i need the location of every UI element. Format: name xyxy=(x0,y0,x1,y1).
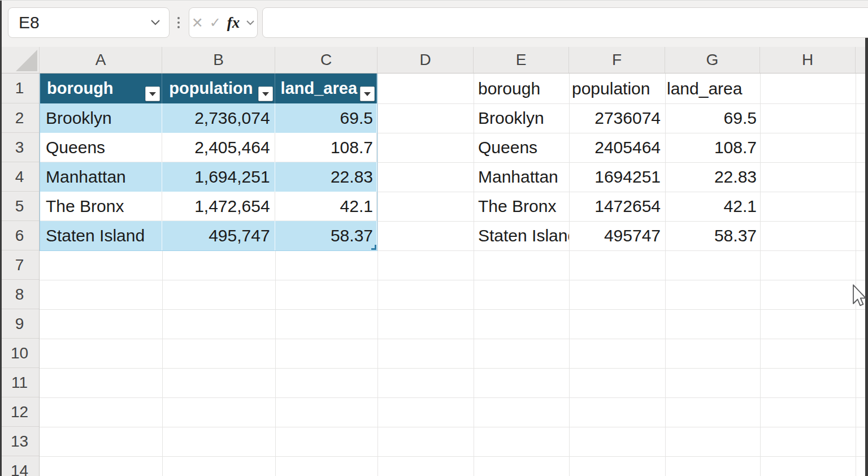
row-header-14[interactable]: 14 xyxy=(0,456,39,476)
formula-bar-handle-icon[interactable] xyxy=(174,7,183,38)
table-row: Brooklyn 2,736,074 69.5 xyxy=(40,103,377,133)
cell-G2[interactable]: 69.5 xyxy=(665,103,760,133)
row-header-2[interactable]: 2 xyxy=(0,103,39,133)
column-header-D[interactable]: D xyxy=(377,47,474,73)
table-header-row: borough population land_area xyxy=(40,73,377,103)
cell-F3[interactable]: 2405464 xyxy=(569,133,665,162)
row-header-6[interactable]: 6 xyxy=(0,221,39,250)
cell-B3[interactable]: 2,405,464 xyxy=(162,133,275,162)
cell-A4[interactable]: Manhattan xyxy=(40,162,162,192)
table-row: Queens 2405464 108.7 xyxy=(474,133,760,162)
insert-function-icon[interactable]: fx xyxy=(227,14,240,32)
column-header-E[interactable]: E xyxy=(474,47,569,73)
row-header-9[interactable]: 9 xyxy=(0,309,39,339)
row-header-8[interactable]: 8 xyxy=(0,280,39,309)
cell-G6[interactable]: 58.37 xyxy=(665,221,760,250)
cell-G5[interactable]: 42.1 xyxy=(665,192,760,221)
table-row: Staten Island 495,747 58.37 xyxy=(40,221,377,250)
select-all-triangle-icon xyxy=(16,50,37,71)
column-header-H[interactable]: H xyxy=(760,47,856,73)
row-header-12[interactable]: 12 xyxy=(0,397,39,427)
cell-F2[interactable]: 2736074 xyxy=(569,103,665,133)
cell-G1[interactable]: land_area xyxy=(665,73,760,103)
row-header-3[interactable]: 3 xyxy=(0,133,39,162)
gridline xyxy=(40,427,868,427)
gridline xyxy=(40,309,868,310)
cell-F1[interactable]: population xyxy=(569,73,665,103)
cell-A5[interactable]: The Bronx xyxy=(40,192,162,220)
cell-F6[interactable]: 495747 xyxy=(569,221,665,250)
name-box-value: E8 xyxy=(19,13,40,32)
table-header-population[interactable]: population xyxy=(162,73,275,103)
cell-E1[interactable]: borough xyxy=(474,73,569,103)
formula-bar-row: E8 ✕ ✓ fx xyxy=(0,1,868,47)
select-all-button[interactable] xyxy=(0,47,40,73)
cell-E5[interactable]: The Bronx xyxy=(474,192,569,221)
table-row: Staten Island 495747 58.37 xyxy=(474,221,760,250)
cell-E4[interactable]: Manhattan xyxy=(474,162,569,192)
column-header-F[interactable]: F xyxy=(569,47,665,73)
row-header-10[interactable]: 10 xyxy=(0,339,39,368)
cell-A6[interactable]: Staten Island xyxy=(40,221,162,250)
cell-C2[interactable]: 69.5 xyxy=(275,103,377,133)
gridline xyxy=(377,73,378,476)
cell-G3[interactable]: 108.7 xyxy=(665,133,760,162)
cell-C4[interactable]: 22.83 xyxy=(275,162,377,192)
table-row: Queens 2,405,464 108.7 xyxy=(40,133,377,162)
row-header-5[interactable]: 5 xyxy=(0,192,39,221)
cell-C3[interactable]: 108.7 xyxy=(275,133,377,162)
formatted-table: borough population land_area Brooklyn 2,… xyxy=(40,73,377,251)
header-label: land_area xyxy=(281,79,357,98)
header-label: borough xyxy=(47,79,114,98)
gridline xyxy=(40,339,868,339)
cell-F5[interactable]: 1472654 xyxy=(569,192,665,221)
gridline xyxy=(40,368,868,369)
filter-button[interactable] xyxy=(145,86,160,101)
name-box[interactable]: E8 xyxy=(8,7,170,38)
plain-table: borough population land_area Brooklyn 27… xyxy=(474,73,760,250)
cell-A3[interactable]: Queens xyxy=(40,133,162,162)
cell-B4[interactable]: 1,694,251 xyxy=(162,162,275,192)
table-row: Manhattan 1,694,251 22.83 xyxy=(40,162,377,192)
column-header-C[interactable]: C xyxy=(275,47,377,73)
window-left-edge xyxy=(0,1,2,476)
cancel-icon[interactable]: ✕ xyxy=(192,15,203,31)
table-header-borough[interactable]: borough xyxy=(40,73,162,103)
filter-dropdown-icon xyxy=(262,92,269,96)
cell-C6[interactable]: 58.37 xyxy=(275,221,377,250)
filter-dropdown-icon xyxy=(364,92,371,96)
gridline xyxy=(40,397,868,398)
row-header-13[interactable]: 13 xyxy=(0,427,39,456)
cell-B5[interactable]: 1,472,654 xyxy=(162,192,275,220)
cell-F4[interactable]: 1694251 xyxy=(569,162,665,192)
chevron-down-icon xyxy=(150,19,161,26)
cell-A2[interactable]: Brooklyn xyxy=(40,103,162,133)
row-header-7[interactable]: 7 xyxy=(0,250,39,280)
column-header-G[interactable]: G xyxy=(665,47,760,73)
table-resize-handle[interactable] xyxy=(371,245,376,250)
cell-B2[interactable]: 2,736,074 xyxy=(162,103,275,133)
row-header-1[interactable]: 1 xyxy=(0,73,39,103)
header-label: population xyxy=(169,79,253,98)
chevron-down-icon[interactable] xyxy=(246,20,255,25)
table-row: Manhattan 1694251 22.83 xyxy=(474,162,760,192)
cell-C5[interactable]: 42.1 xyxy=(275,192,377,220)
column-header-A[interactable]: A xyxy=(40,47,162,73)
cell-E2[interactable]: Brooklyn xyxy=(474,103,569,133)
row-header-11[interactable]: 11 xyxy=(0,368,39,397)
cell-G4[interactable]: 22.83 xyxy=(665,162,760,192)
accept-icon[interactable]: ✓ xyxy=(210,15,221,31)
cell-E3[interactable]: Queens xyxy=(474,133,569,162)
table-header-land-area[interactable]: land_area xyxy=(275,73,377,103)
filter-button[interactable] xyxy=(360,86,375,101)
row-header-strip: 1 2 3 4 5 6 7 8 9 10 11 12 13 14 xyxy=(0,73,40,476)
formula-bar-input[interactable] xyxy=(262,7,868,38)
column-header-B[interactable]: B xyxy=(162,47,275,73)
formula-actions: ✕ ✓ fx xyxy=(189,7,258,38)
window-right-edge xyxy=(865,38,868,476)
row-header-4[interactable]: 4 xyxy=(0,162,39,192)
column-header-strip: A B C D E F G H xyxy=(0,47,868,73)
cell-E6[interactable]: Staten Island xyxy=(474,221,569,250)
cell-B6[interactable]: 495,747 xyxy=(162,221,275,250)
filter-button[interactable] xyxy=(258,86,273,101)
